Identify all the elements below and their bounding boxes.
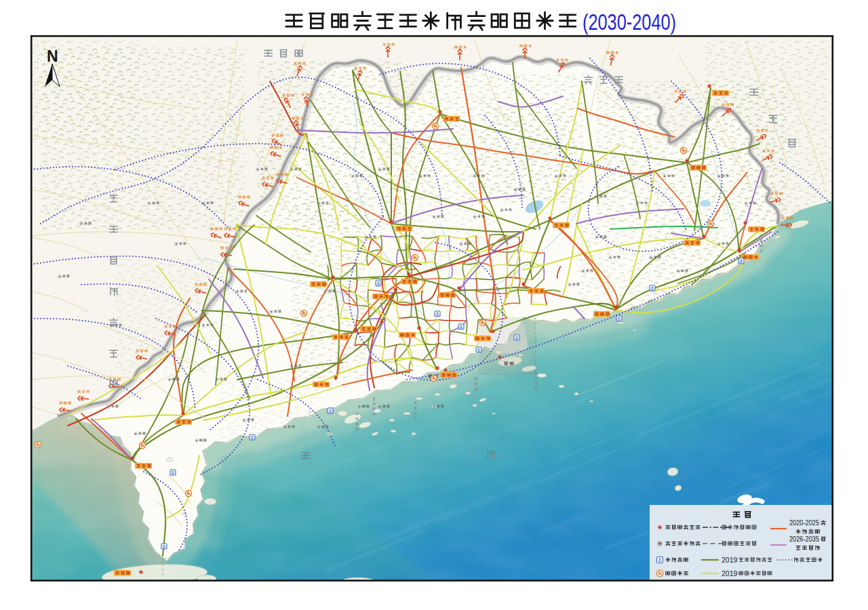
svg-text:2026-2035: 2026-2035 (789, 535, 819, 543)
svg-text:2019: 2019 (722, 556, 738, 564)
svg-text:2020-2025: 2020-2025 (789, 518, 819, 527)
svg-text:(2030-2040): (2030-2040) (583, 9, 676, 35)
svg-text:2019: 2019 (722, 569, 738, 577)
svg-text:N: N (47, 47, 58, 65)
